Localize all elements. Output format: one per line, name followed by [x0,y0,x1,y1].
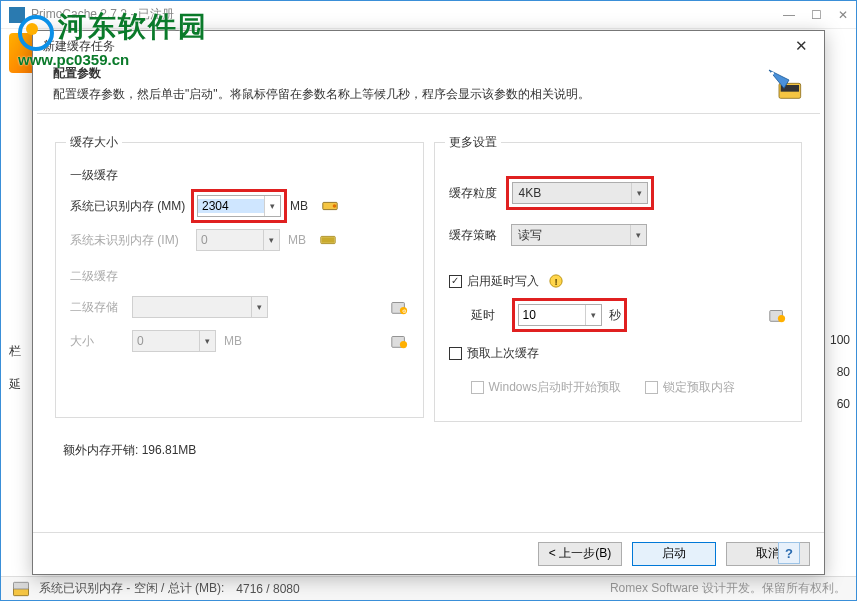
more-settings-panel: 更多设置 缓存粒度 4KB ▾ 缓存策略 读写 ▾ [434,142,803,526]
help-button[interactable]: ? [778,542,800,564]
l2-storage-label: 二级存储 [70,299,126,316]
warning-icon: ! [549,274,563,288]
chevron-down-icon[interactable]: ▾ [631,183,647,203]
svg-point-6 [333,204,337,208]
window-controls: — ☐ ✕ [783,8,848,22]
minimize-icon[interactable]: — [783,8,795,22]
prefetch-label: 预取上次缓存 [467,345,539,362]
storage-settings-icon[interactable] [389,331,409,351]
defer-write-checkbox[interactable]: ✓ 启用延时写入 [449,273,539,290]
dialog-header: 配置参数 配置缓存参数，然后单击"启动"。将鼠标停留在参数名称上等候几秒，程序会… [33,61,824,113]
mm-input[interactable] [198,199,264,213]
defer-write-label: 启用延时写入 [467,273,539,290]
new-cache-task-dialog: 新建缓存任务 ✕ 配置参数 配置缓存参数，然后单击"启动"。将鼠标停留在参数名称… [32,30,825,575]
bg-scale-numbers: 100 80 60 [830,333,850,411]
dialog-titlebar: 新建缓存任务 ✕ [33,31,824,61]
dialog-footer: < 上一步(B) 启动 取消 [33,532,824,574]
parent-titlebar: PrimoCache 2.7.2 - 已注册 — ☐ ✕ [1,1,856,29]
chevron-down-icon[interactable]: ▾ [585,305,601,325]
svg-rect-8 [322,237,335,242]
defer-settings-icon[interactable] [767,305,787,325]
group-cache-size-title: 缓存大小 [66,134,122,151]
l2-storage-combo: ▾ [132,296,268,318]
granularity-label: 缓存粒度 [449,185,505,202]
storage-add-icon[interactable]: ⚙ [389,297,409,317]
mm-unit: MB [290,199,308,213]
lock-prefetch-label: 锁定预取内容 [663,379,735,396]
back-button[interactable]: < 上一步(B) [538,542,622,566]
parent-statusbar: 系统已识别内存 - 空闲 / 总计 (MB): 4716 / 8080 Rome… [1,576,856,600]
dialog-title: 新建缓存任务 [43,38,115,55]
header-title: 配置参数 [53,65,590,82]
chevron-down-icon[interactable]: ▾ [630,225,646,245]
prefetch-checkbox[interactable]: 预取上次缓存 [449,345,539,362]
ram-gold-icon[interactable] [318,230,338,250]
chevron-down-icon: ▾ [251,297,267,317]
delay-combo[interactable]: ▾ [518,304,602,326]
im-combo: ▾ [196,229,280,251]
prefetch-on-boot-label: Windows启动时开始预取 [489,379,622,396]
delay-input[interactable] [519,308,585,322]
start-button[interactable]: 启动 [632,542,716,566]
im-input [197,233,263,247]
strategy-combo[interactable]: 读写 ▾ [511,224,647,246]
app-title: PrimoCache 2.7.2 - 已注册 [31,6,174,23]
l1-cache-title: 一级缓存 [70,167,409,184]
statusbar-values: 4716 / 8080 [236,582,299,596]
svg-point-13 [399,341,406,348]
close-icon[interactable]: ✕ [789,35,814,57]
l2-size-combo: ▾ [132,330,216,352]
lock-prefetch-checkbox: 锁定预取内容 [645,379,735,396]
delay-label: 延时 [471,307,511,324]
mm-combo[interactable]: ▾ [197,195,281,217]
im-label: 系统未识别内存 (IM) [70,232,190,249]
mm-label: 系统已识别内存 (MM) [70,198,190,215]
svg-rect-1 [14,582,29,589]
close-icon[interactable]: ✕ [838,8,848,22]
bg-left-labels: 栏 延 [9,343,21,393]
chevron-down-icon: ▾ [199,331,215,351]
maximize-icon[interactable]: ☐ [811,8,822,22]
group-more-settings-title: 更多设置 [445,134,501,151]
l2-cache-title: 二级缓存 [70,268,409,285]
strategy-label: 缓存策略 [449,227,505,244]
l2-size-input [133,334,199,348]
svg-point-17 [778,315,785,322]
granularity-combo[interactable]: 4KB ▾ [512,182,648,204]
statusbar-label: 系统已识别内存 - 空闲 / 总计 (MB): [39,580,224,597]
cache-size-panel: 缓存大小 一级缓存 系统已识别内存 (MM) ▾ MB [55,142,424,526]
cache-chip-icon [764,65,804,105]
statusbar-copyright: Romex Software 设计开发。保留所有权利。 [610,580,846,597]
ram-icon[interactable] [320,196,340,216]
granularity-value: 4KB [513,186,631,200]
prefetch-on-boot-checkbox: Windows启动时开始预取 [471,379,622,396]
l2-size-unit: MB [224,334,242,348]
svg-text:!: ! [554,276,557,287]
app-icon [9,7,25,23]
chevron-down-icon[interactable]: ▾ [264,196,280,216]
extra-overhead-label: 额外内存开销: 196.81MB [55,430,424,461]
chevron-down-icon: ▾ [263,230,279,250]
strategy-value: 读写 [512,227,630,244]
svg-point-4 [771,72,774,75]
im-unit: MB [288,233,306,247]
delay-unit: 秒 [609,308,621,322]
l2-size-label: 大小 [70,333,126,350]
disk-icon [11,579,31,599]
header-description: 配置缓存参数，然后单击"启动"。将鼠标停留在参数名称上等候几秒，程序会显示该参数… [53,86,590,103]
